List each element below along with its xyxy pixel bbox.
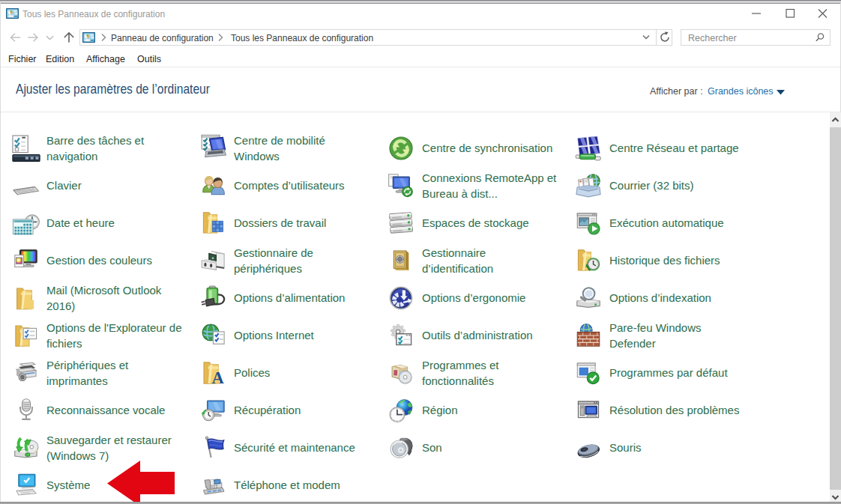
svg-text:A: A xyxy=(211,368,224,386)
